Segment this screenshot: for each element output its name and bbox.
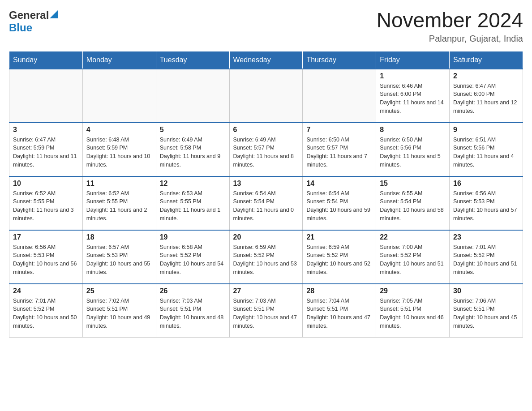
day-info: Sunrise: 6:58 AMSunset: 5:52 PMDaylight:… (160, 243, 226, 277)
table-row (82, 69, 156, 123)
day-info: Sunrise: 7:04 AMSunset: 5:51 PMDaylight:… (306, 297, 372, 330)
day-number: 14 (306, 180, 372, 188)
day-info: Sunrise: 7:05 AMSunset: 5:51 PMDaylight:… (380, 297, 446, 330)
table-row: 29Sunrise: 7:05 AMSunset: 5:51 PMDayligh… (376, 284, 450, 338)
day-number: 6 (233, 126, 299, 134)
day-number: 13 (233, 180, 299, 188)
day-number: 7 (306, 126, 372, 134)
day-info: Sunrise: 7:00 AMSunset: 5:52 PMDaylight:… (380, 243, 446, 277)
table-row: 6Sunrise: 6:49 AMSunset: 5:57 PMDaylight… (229, 123, 303, 176)
logo-triangle-icon (50, 10, 58, 18)
day-info: Sunrise: 6:50 AMSunset: 5:57 PMDaylight:… (306, 136, 372, 169)
logo-blue-text: Blue (9, 21, 32, 34)
day-number: 30 (453, 287, 519, 295)
subtitle: Palanpur, Gujarat, India (377, 34, 523, 44)
col-thursday: Thursday (303, 51, 376, 69)
day-info: Sunrise: 6:46 AMSunset: 6:00 PMDaylight:… (380, 82, 446, 116)
table-row: 16Sunrise: 6:56 AMSunset: 5:53 PMDayligh… (450, 176, 523, 230)
table-row: 2Sunrise: 6:47 AMSunset: 6:00 PMDaylight… (450, 69, 523, 123)
table-row: 10Sunrise: 6:52 AMSunset: 5:55 PMDayligh… (9, 176, 83, 230)
day-number: 9 (453, 126, 519, 134)
table-row: 24Sunrise: 7:01 AMSunset: 5:52 PMDayligh… (9, 284, 83, 338)
table-row: 22Sunrise: 7:00 AMSunset: 5:52 PMDayligh… (376, 230, 450, 284)
day-info: Sunrise: 6:49 AMSunset: 5:57 PMDaylight:… (233, 136, 299, 169)
table-row: 25Sunrise: 7:02 AMSunset: 5:51 PMDayligh… (82, 284, 156, 338)
day-info: Sunrise: 6:59 AMSunset: 5:52 PMDaylight:… (233, 243, 299, 277)
table-row: 30Sunrise: 7:06 AMSunset: 5:51 PMDayligh… (450, 284, 523, 338)
table-row: 1Sunrise: 6:46 AMSunset: 6:00 PMDaylight… (376, 69, 450, 123)
day-info: Sunrise: 6:54 AMSunset: 5:54 PMDaylight:… (233, 189, 299, 223)
table-row: 20Sunrise: 6:59 AMSunset: 5:52 PMDayligh… (229, 230, 303, 284)
day-number: 12 (160, 180, 226, 188)
day-number: 4 (86, 126, 152, 134)
logo-general-text: General (9, 9, 49, 21)
table-row: 4Sunrise: 6:48 AMSunset: 5:59 PMDaylight… (82, 123, 156, 176)
table-row: 18Sunrise: 6:57 AMSunset: 5:53 PMDayligh… (82, 230, 156, 284)
table-row: 26Sunrise: 7:03 AMSunset: 5:51 PMDayligh… (156, 284, 229, 338)
table-row (9, 69, 83, 123)
calendar-week-row: 17Sunrise: 6:56 AMSunset: 5:53 PMDayligh… (9, 230, 523, 284)
table-row: 19Sunrise: 6:58 AMSunset: 5:52 PMDayligh… (156, 230, 229, 284)
day-number: 25 (86, 287, 152, 295)
day-info: Sunrise: 6:51 AMSunset: 5:56 PMDaylight:… (453, 136, 519, 169)
table-row: 28Sunrise: 7:04 AMSunset: 5:51 PMDayligh… (303, 284, 376, 338)
day-info: Sunrise: 7:03 AMSunset: 5:51 PMDaylight:… (160, 297, 226, 330)
day-number: 8 (380, 126, 446, 134)
day-number: 3 (13, 126, 79, 134)
day-info: Sunrise: 7:01 AMSunset: 5:52 PMDaylight:… (13, 297, 79, 330)
day-number: 17 (13, 233, 79, 241)
table-row: 11Sunrise: 6:52 AMSunset: 5:55 PMDayligh… (82, 176, 156, 230)
table-row: 14Sunrise: 6:54 AMSunset: 5:54 PMDayligh… (303, 176, 376, 230)
day-info: Sunrise: 6:47 AMSunset: 5:59 PMDaylight:… (13, 136, 79, 169)
calendar-week-row: 24Sunrise: 7:01 AMSunset: 5:52 PMDayligh… (9, 284, 523, 338)
day-number: 16 (453, 180, 519, 188)
table-row: 3Sunrise: 6:47 AMSunset: 5:59 PMDaylight… (9, 123, 83, 176)
table-row (156, 69, 229, 123)
day-info: Sunrise: 6:55 AMSunset: 5:54 PMDaylight:… (380, 189, 446, 223)
title-area: November 2024 Palanpur, Gujarat, India (377, 9, 523, 44)
day-info: Sunrise: 6:53 AMSunset: 5:55 PMDaylight:… (160, 189, 226, 223)
day-number: 10 (13, 180, 79, 188)
day-info: Sunrise: 6:54 AMSunset: 5:54 PMDaylight:… (306, 189, 372, 223)
day-number: 5 (160, 126, 226, 134)
table-row: 21Sunrise: 6:59 AMSunset: 5:52 PMDayligh… (303, 230, 376, 284)
day-info: Sunrise: 7:03 AMSunset: 5:51 PMDaylight:… (233, 297, 299, 330)
day-info: Sunrise: 6:48 AMSunset: 5:59 PMDaylight:… (86, 136, 152, 169)
table-row: 15Sunrise: 6:55 AMSunset: 5:54 PMDayligh… (376, 176, 450, 230)
day-number: 19 (160, 233, 226, 241)
calendar-week-row: 1Sunrise: 6:46 AMSunset: 6:00 PMDaylight… (9, 69, 523, 123)
day-info: Sunrise: 6:59 AMSunset: 5:52 PMDaylight:… (306, 243, 372, 277)
col-monday: Monday (82, 51, 156, 69)
day-info: Sunrise: 6:57 AMSunset: 5:53 PMDaylight:… (86, 243, 152, 277)
table-row: 9Sunrise: 6:51 AMSunset: 5:56 PMDaylight… (450, 123, 523, 176)
day-number: 27 (233, 287, 299, 295)
day-number: 11 (86, 180, 152, 188)
day-number: 20 (233, 233, 299, 241)
calendar-week-row: 3Sunrise: 6:47 AMSunset: 5:59 PMDaylight… (9, 123, 523, 176)
day-info: Sunrise: 6:49 AMSunset: 5:58 PMDaylight:… (160, 136, 226, 169)
col-sunday: Sunday (9, 51, 83, 69)
table-row: 17Sunrise: 6:56 AMSunset: 5:53 PMDayligh… (9, 230, 83, 284)
table-row: 8Sunrise: 6:50 AMSunset: 5:56 PMDaylight… (376, 123, 450, 176)
table-row: 27Sunrise: 7:03 AMSunset: 5:51 PMDayligh… (229, 284, 303, 338)
day-info: Sunrise: 6:56 AMSunset: 5:53 PMDaylight:… (453, 189, 519, 223)
table-row: 7Sunrise: 6:50 AMSunset: 5:57 PMDaylight… (303, 123, 376, 176)
day-number: 29 (380, 287, 446, 295)
table-row (303, 69, 376, 123)
day-info: Sunrise: 7:06 AMSunset: 5:51 PMDaylight:… (453, 297, 519, 330)
calendar-week-row: 10Sunrise: 6:52 AMSunset: 5:55 PMDayligh… (9, 176, 523, 230)
col-friday: Friday (376, 51, 450, 69)
day-info: Sunrise: 6:52 AMSunset: 5:55 PMDaylight:… (86, 189, 152, 223)
table-row: 23Sunrise: 7:01 AMSunset: 5:52 PMDayligh… (450, 230, 523, 284)
day-number: 26 (160, 287, 226, 295)
page-header: General Blue November 2024 Palanpur, Guj… (9, 9, 523, 44)
day-info: Sunrise: 7:01 AMSunset: 5:52 PMDaylight:… (453, 243, 519, 277)
day-number: 24 (13, 287, 79, 295)
logo: General Blue (9, 9, 58, 34)
day-number: 15 (380, 180, 446, 188)
day-number: 18 (86, 233, 152, 241)
col-saturday: Saturday (450, 51, 523, 69)
col-wednesday: Wednesday (229, 51, 303, 69)
table-row: 12Sunrise: 6:53 AMSunset: 5:55 PMDayligh… (156, 176, 229, 230)
table-row: 13Sunrise: 6:54 AMSunset: 5:54 PMDayligh… (229, 176, 303, 230)
